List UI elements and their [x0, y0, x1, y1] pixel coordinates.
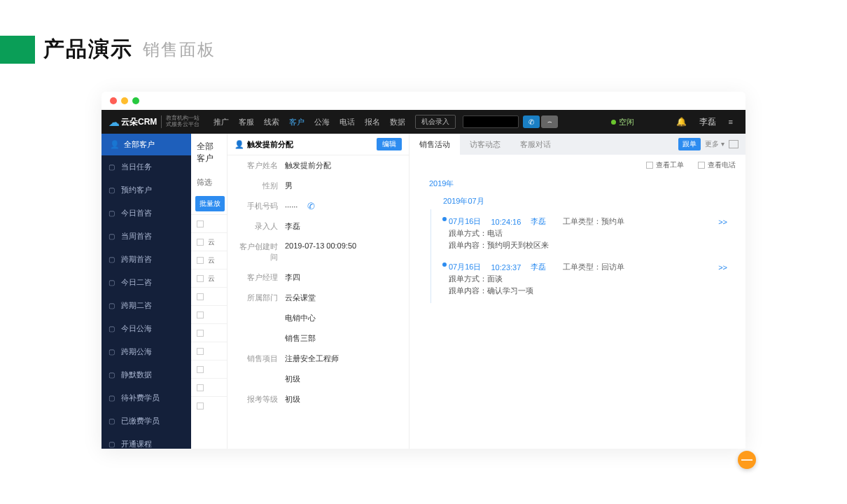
list-filter[interactable]: 筛选 [191, 172, 227, 193]
sidebar-item-icon: ▢ [108, 348, 115, 356]
sidebar-item-开通课程[interactable]: ▢开通课程 [102, 433, 191, 449]
agent-status[interactable]: 空闲 [611, 117, 634, 127]
topnav-公海[interactable]: 公海 [314, 117, 330, 127]
view-call-checkbox[interactable]: 查看电话 [698, 160, 736, 170]
row-checkbox[interactable] [197, 348, 204, 355]
help-fab[interactable]: — [738, 451, 756, 469]
row-checkbox[interactable] [197, 293, 204, 300]
sidebar-item-跨期二咨[interactable]: ▢跨期二咨 [102, 294, 191, 317]
timeline-year: 2019年 [429, 178, 732, 189]
field-value: 2019-07-13 00:09:50 [285, 241, 402, 262]
topnav-客户[interactable]: 客户 [289, 117, 304, 127]
table-row[interactable]: 云 [191, 232, 227, 251]
table-row[interactable] [191, 378, 227, 396]
bulk-release-button[interactable]: 批量放 [195, 196, 225, 211]
hangup-button[interactable]: ⌢ [541, 115, 558, 128]
entry-expand[interactable]: >> [718, 218, 732, 226]
sidebar-item-label: 待补费学员 [121, 393, 160, 403]
tab-销售活动[interactable]: 销售活动 [410, 134, 460, 155]
field-value: 初级 [285, 374, 402, 384]
row-checkbox[interactable] [197, 257, 204, 264]
close-icon[interactable] [110, 97, 117, 104]
row-checkbox[interactable] [197, 366, 204, 373]
detail-field: 客户经理李四 [227, 267, 409, 288]
sidebar-item-label: 跨期公海 [121, 346, 152, 357]
bell-icon[interactable]: 🔔 [676, 117, 687, 127]
tab-访客动态[interactable]: 访客动态 [460, 134, 510, 155]
top-menu-bar: ☁ 云朵CRM 教育机构一站式服务云平台 推广客服线索客户公海电话报名数据 机会… [102, 110, 746, 134]
row-checkbox[interactable] [197, 402, 204, 410]
sidebar-item-今日首咨[interactable]: ▢今日首咨 [102, 202, 191, 225]
table-row[interactable]: 云 [191, 251, 227, 269]
topnav-客服[interactable]: 客服 [239, 117, 254, 127]
tab-客服对话[interactable]: 客服对话 [510, 134, 561, 155]
entry-method: 跟单方式：电话 [449, 227, 732, 239]
more-dropdown[interactable]: 更多 ▾ [705, 139, 724, 149]
sidebar-item-预约客户[interactable]: ▢预约客户 [102, 178, 191, 202]
detail-field: 销售项目注册安全工程师 [227, 349, 409, 369]
call-button[interactable]: ✆ [523, 115, 540, 128]
activity-toolbar: 查看工单 查看电话 [410, 155, 746, 176]
minimize-icon[interactable] [121, 97, 128, 104]
table-row[interactable] [191, 342, 227, 360]
brand-logo[interactable]: ☁ 云朵CRM 教育机构一站式服务云平台 [102, 110, 206, 134]
row-checkbox[interactable] [197, 312, 204, 318]
sidebar-item-当周首咨[interactable]: ▢当周首咨 [102, 225, 191, 248]
topnav-数据[interactable]: 数据 [390, 117, 405, 127]
sidebar-item-icon: ▢ [108, 279, 115, 286]
sidebar-item-跨期首咨[interactable]: ▢跨期首咨 [102, 248, 191, 271]
table-row[interactable] [191, 287, 227, 305]
field-label: 所属部门 [234, 293, 285, 303]
current-user[interactable]: 李磊 [699, 116, 716, 128]
view-ticket-checkbox[interactable]: 查看工单 [646, 160, 684, 170]
row-checkbox[interactable] [197, 239, 204, 246]
sidebar-section-all-customers[interactable]: 👤 全部客户 [102, 134, 191, 155]
top-nav: 推广客服线索客户公海电话报名数据 [214, 117, 405, 127]
sidebar-item-今日二咨[interactable]: ▢今日二咨 [102, 271, 191, 294]
detail-field: 报考等级初级 [227, 389, 409, 410]
table-row[interactable] [191, 360, 227, 378]
menu-icon[interactable]: ≡ [729, 118, 733, 126]
table-row[interactable] [191, 214, 227, 232]
sidebar-item-当日任务[interactable]: ▢当日任务 [102, 155, 191, 178]
page-subtitle: 销售面板 [143, 38, 216, 61]
sidebar-item-已缴费学员[interactable]: ▢已缴费学员 [102, 410, 191, 433]
maximize-icon[interactable] [132, 97, 139, 104]
opportunity-entry-button[interactable]: 机会录入 [415, 115, 456, 129]
row-checkbox[interactable] [197, 330, 204, 337]
follow-pill[interactable]: 跟单 [678, 138, 701, 150]
sidebar-item-跨期公海[interactable]: ▢跨期公海 [102, 340, 191, 363]
sidebar-item-icon: ▢ [108, 417, 115, 425]
field-value: 注册安全工程师 [285, 354, 402, 364]
table-row[interactable] [191, 323, 227, 342]
table-row[interactable] [191, 305, 227, 323]
detail-field: 电销中心 [227, 308, 409, 328]
topnav-电话[interactable]: 电话 [340, 117, 355, 127]
table-row[interactable]: 云 [191, 269, 227, 287]
phone-icon[interactable]: ✆ [307, 201, 315, 211]
window-titlebar [102, 92, 746, 110]
search-input[interactable] [463, 115, 519, 128]
topnav-线索[interactable]: 线索 [264, 117, 279, 127]
sidebar-item-待补费学员[interactable]: ▢待补费学员 [102, 386, 191, 410]
sidebar-item-label: 预约客户 [121, 185, 152, 195]
sidebar-item-icon: ▢ [108, 302, 115, 309]
field-value: 李四 [285, 272, 402, 283]
topnav-推广[interactable]: 推广 [214, 117, 229, 127]
row-checkbox[interactable] [197, 220, 204, 227]
field-value: 云朵课堂 [285, 293, 402, 303]
sidebar-item-label: 今日二咨 [121, 277, 152, 288]
sidebar-item-静默数据[interactable]: ▢静默数据 [102, 363, 191, 386]
sidebar-item-label: 当日任务 [121, 162, 152, 172]
entry-expand[interactable]: >> [718, 263, 732, 272]
brand-name: 云朵CRM [121, 116, 157, 128]
topnav-报名[interactable]: 报名 [365, 117, 380, 127]
sidebar-item-label: 今日公海 [121, 323, 152, 334]
sidebar-item-今日公海[interactable]: ▢今日公海 [102, 317, 191, 340]
table-row[interactable] [191, 396, 227, 414]
row-checkbox[interactable] [197, 275, 204, 282]
row-checkbox[interactable] [197, 384, 204, 391]
layout-icon[interactable] [729, 140, 738, 148]
person-icon: 👤 [234, 140, 244, 149]
edit-button[interactable]: 编辑 [377, 138, 402, 150]
